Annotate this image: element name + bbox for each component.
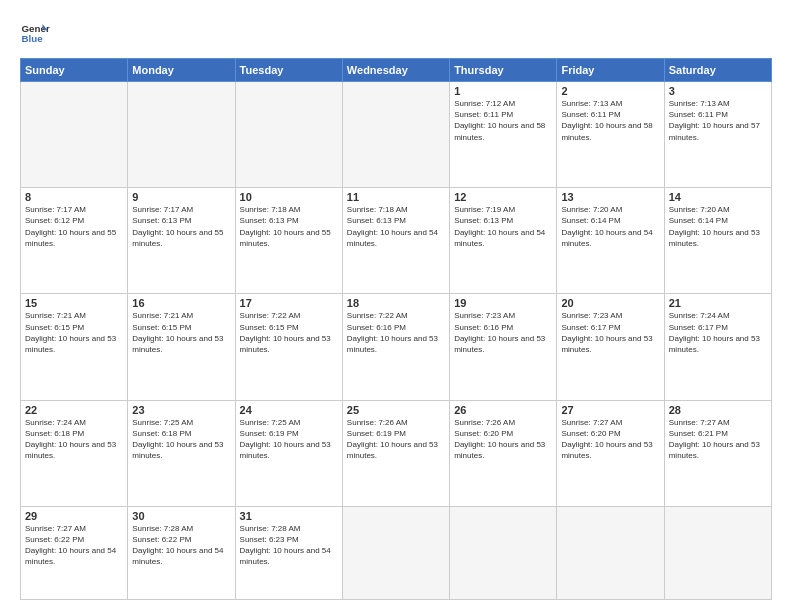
day-number: 30 [132, 510, 230, 522]
day-info: Sunrise: 7:21 AMSunset: 6:15 PMDaylight:… [132, 310, 230, 355]
day-number: 25 [347, 404, 445, 416]
calendar-cell [21, 82, 128, 188]
header: General Blue [20, 18, 772, 48]
calendar-cell [128, 82, 235, 188]
calendar-cell: 18Sunrise: 7:22 AMSunset: 6:16 PMDayligh… [342, 294, 449, 400]
week-row-4: 22Sunrise: 7:24 AMSunset: 6:18 PMDayligh… [21, 400, 772, 506]
calendar-cell [342, 82, 449, 188]
day-number: 18 [347, 297, 445, 309]
header-wednesday: Wednesday [342, 59, 449, 82]
day-info: Sunrise: 7:13 AMSunset: 6:11 PMDaylight:… [561, 98, 659, 143]
svg-text:General: General [22, 23, 51, 34]
calendar-cell: 24Sunrise: 7:25 AMSunset: 6:19 PMDayligh… [235, 400, 342, 506]
calendar-cell: 16Sunrise: 7:21 AMSunset: 6:15 PMDayligh… [128, 294, 235, 400]
day-info: Sunrise: 7:19 AMSunset: 6:13 PMDaylight:… [454, 204, 552, 249]
day-info: Sunrise: 7:18 AMSunset: 6:13 PMDaylight:… [347, 204, 445, 249]
day-number: 15 [25, 297, 123, 309]
day-info: Sunrise: 7:23 AMSunset: 6:17 PMDaylight:… [561, 310, 659, 355]
calendar-cell: 27Sunrise: 7:27 AMSunset: 6:20 PMDayligh… [557, 400, 664, 506]
calendar-cell: 30Sunrise: 7:28 AMSunset: 6:22 PMDayligh… [128, 506, 235, 599]
day-number: 27 [561, 404, 659, 416]
day-info: Sunrise: 7:20 AMSunset: 6:14 PMDaylight:… [561, 204, 659, 249]
day-info: Sunrise: 7:20 AMSunset: 6:14 PMDaylight:… [669, 204, 767, 249]
calendar-cell [450, 506, 557, 599]
day-info: Sunrise: 7:27 AMSunset: 6:22 PMDaylight:… [25, 523, 123, 568]
calendar-cell: 29Sunrise: 7:27 AMSunset: 6:22 PMDayligh… [21, 506, 128, 599]
header-tuesday: Tuesday [235, 59, 342, 82]
day-info: Sunrise: 7:22 AMSunset: 6:16 PMDaylight:… [347, 310, 445, 355]
day-number: 21 [669, 297, 767, 309]
calendar-cell: 12Sunrise: 7:19 AMSunset: 6:13 PMDayligh… [450, 188, 557, 294]
calendar-cell [664, 506, 771, 599]
day-info: Sunrise: 7:26 AMSunset: 6:19 PMDaylight:… [347, 417, 445, 462]
day-info: Sunrise: 7:12 AMSunset: 6:11 PMDaylight:… [454, 98, 552, 143]
calendar-cell: 31Sunrise: 7:28 AMSunset: 6:23 PMDayligh… [235, 506, 342, 599]
day-number: 19 [454, 297, 552, 309]
day-number: 3 [669, 85, 767, 97]
day-number: 8 [25, 191, 123, 203]
calendar-cell: 23Sunrise: 7:25 AMSunset: 6:18 PMDayligh… [128, 400, 235, 506]
day-info: Sunrise: 7:27 AMSunset: 6:21 PMDaylight:… [669, 417, 767, 462]
calendar-cell: 11Sunrise: 7:18 AMSunset: 6:13 PMDayligh… [342, 188, 449, 294]
calendar-cell: 3Sunrise: 7:13 AMSunset: 6:11 PMDaylight… [664, 82, 771, 188]
day-info: Sunrise: 7:17 AMSunset: 6:12 PMDaylight:… [25, 204, 123, 249]
day-number: 24 [240, 404, 338, 416]
day-info: Sunrise: 7:25 AMSunset: 6:18 PMDaylight:… [132, 417, 230, 462]
day-number: 10 [240, 191, 338, 203]
header-monday: Monday [128, 59, 235, 82]
calendar-cell: 13Sunrise: 7:20 AMSunset: 6:14 PMDayligh… [557, 188, 664, 294]
calendar-cell: 14Sunrise: 7:20 AMSunset: 6:14 PMDayligh… [664, 188, 771, 294]
day-number: 31 [240, 510, 338, 522]
day-info: Sunrise: 7:23 AMSunset: 6:16 PMDaylight:… [454, 310, 552, 355]
day-info: Sunrise: 7:17 AMSunset: 6:13 PMDaylight:… [132, 204, 230, 249]
day-info: Sunrise: 7:28 AMSunset: 6:22 PMDaylight:… [132, 523, 230, 568]
day-info: Sunrise: 7:26 AMSunset: 6:20 PMDaylight:… [454, 417, 552, 462]
calendar-cell: 8Sunrise: 7:17 AMSunset: 6:12 PMDaylight… [21, 188, 128, 294]
logo-icon: General Blue [20, 18, 50, 48]
day-info: Sunrise: 7:18 AMSunset: 6:13 PMDaylight:… [240, 204, 338, 249]
week-row-2: 8Sunrise: 7:17 AMSunset: 6:12 PMDaylight… [21, 188, 772, 294]
day-number: 26 [454, 404, 552, 416]
day-number: 28 [669, 404, 767, 416]
header-sunday: Sunday [21, 59, 128, 82]
calendar-cell [342, 506, 449, 599]
day-number: 12 [454, 191, 552, 203]
calendar-cell: 21Sunrise: 7:24 AMSunset: 6:17 PMDayligh… [664, 294, 771, 400]
day-number: 1 [454, 85, 552, 97]
day-number: 20 [561, 297, 659, 309]
calendar-cell [557, 506, 664, 599]
calendar-cell [235, 82, 342, 188]
day-info: Sunrise: 7:24 AMSunset: 6:17 PMDaylight:… [669, 310, 767, 355]
calendar-cell: 28Sunrise: 7:27 AMSunset: 6:21 PMDayligh… [664, 400, 771, 506]
day-number: 22 [25, 404, 123, 416]
day-info: Sunrise: 7:27 AMSunset: 6:20 PMDaylight:… [561, 417, 659, 462]
calendar-cell: 9Sunrise: 7:17 AMSunset: 6:13 PMDaylight… [128, 188, 235, 294]
week-row-5: 29Sunrise: 7:27 AMSunset: 6:22 PMDayligh… [21, 506, 772, 599]
header-saturday: Saturday [664, 59, 771, 82]
day-headers: Sunday Monday Tuesday Wednesday Thursday… [21, 59, 772, 82]
day-info: Sunrise: 7:21 AMSunset: 6:15 PMDaylight:… [25, 310, 123, 355]
day-info: Sunrise: 7:24 AMSunset: 6:18 PMDaylight:… [25, 417, 123, 462]
calendar-cell: 17Sunrise: 7:22 AMSunset: 6:15 PMDayligh… [235, 294, 342, 400]
calendar-cell: 19Sunrise: 7:23 AMSunset: 6:16 PMDayligh… [450, 294, 557, 400]
day-number: 13 [561, 191, 659, 203]
calendar-cell: 10Sunrise: 7:18 AMSunset: 6:13 PMDayligh… [235, 188, 342, 294]
svg-text:Blue: Blue [22, 33, 44, 44]
day-number: 9 [132, 191, 230, 203]
calendar-table: Sunday Monday Tuesday Wednesday Thursday… [20, 58, 772, 600]
day-number: 2 [561, 85, 659, 97]
day-info: Sunrise: 7:28 AMSunset: 6:23 PMDaylight:… [240, 523, 338, 568]
day-info: Sunrise: 7:25 AMSunset: 6:19 PMDaylight:… [240, 417, 338, 462]
logo: General Blue [20, 18, 50, 48]
day-number: 11 [347, 191, 445, 203]
week-row-1: 1Sunrise: 7:12 AMSunset: 6:11 PMDaylight… [21, 82, 772, 188]
day-number: 16 [132, 297, 230, 309]
week-row-3: 15Sunrise: 7:21 AMSunset: 6:15 PMDayligh… [21, 294, 772, 400]
day-info: Sunrise: 7:13 AMSunset: 6:11 PMDaylight:… [669, 98, 767, 143]
calendar-cell: 20Sunrise: 7:23 AMSunset: 6:17 PMDayligh… [557, 294, 664, 400]
calendar-cell: 25Sunrise: 7:26 AMSunset: 6:19 PMDayligh… [342, 400, 449, 506]
header-thursday: Thursday [450, 59, 557, 82]
day-number: 14 [669, 191, 767, 203]
day-number: 29 [25, 510, 123, 522]
calendar-cell: 22Sunrise: 7:24 AMSunset: 6:18 PMDayligh… [21, 400, 128, 506]
